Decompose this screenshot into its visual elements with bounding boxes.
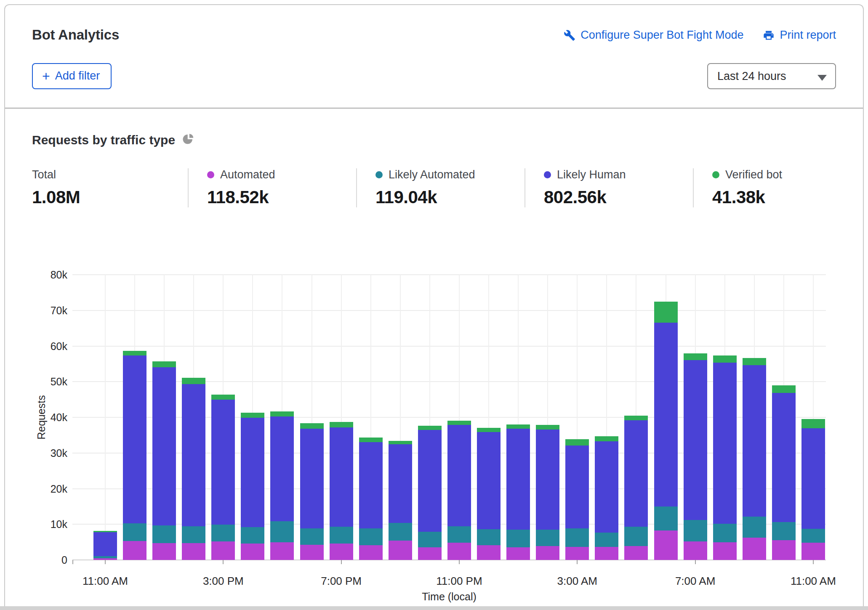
bar-segment-likely-automated[interactable]	[595, 533, 618, 547]
bar-segment-likely-human[interactable]	[565, 446, 589, 528]
bar-segment-automated[interactable]	[772, 540, 796, 560]
bar-segment-verified-bot[interactable]	[801, 419, 825, 428]
bar-segment-automated[interactable]	[654, 530, 678, 560]
bar-segment-verified-bot[interactable]	[211, 395, 235, 400]
bar-segment-verified-bot[interactable]	[330, 422, 353, 427]
bar-segment-verified-bot[interactable]	[684, 353, 707, 360]
bar-segment-automated[interactable]	[300, 545, 324, 560]
bar-segment-likely-automated[interactable]	[211, 525, 235, 541]
bar-segment-likely-automated[interactable]	[536, 530, 559, 546]
bar-segment-automated[interactable]	[359, 545, 383, 560]
bar-segment-likely-automated[interactable]	[389, 523, 412, 541]
bar-segment-automated[interactable]	[270, 542, 294, 560]
bar-segment-likely-automated[interactable]	[241, 527, 264, 544]
bar-segment-likely-automated[interactable]	[270, 521, 294, 542]
bar-segment-verified-bot[interactable]	[447, 421, 471, 425]
bar-segment-verified-bot[interactable]	[123, 351, 146, 355]
bar-segment-verified-bot[interactable]	[713, 355, 737, 363]
bar-segment-likely-automated[interactable]	[330, 527, 353, 544]
bar-segment-likely-human[interactable]	[713, 363, 737, 523]
bar-segment-likely-human[interactable]	[772, 393, 796, 522]
bar-segment-automated[interactable]	[595, 547, 618, 560]
time-range-dropdown[interactable]: Last 24 hours	[707, 63, 836, 89]
bar-segment-automated[interactable]	[152, 543, 176, 560]
bar-segment-likely-human[interactable]	[477, 432, 501, 529]
add-filter-button[interactable]: + Add filter	[32, 63, 112, 89]
bar-segment-likely-human[interactable]	[684, 360, 707, 520]
bar-segment-automated[interactable]	[477, 545, 501, 560]
bar-segment-automated[interactable]	[713, 542, 737, 560]
bar-segment-likely-human[interactable]	[418, 430, 442, 532]
bar-segment-likely-human[interactable]	[654, 323, 678, 507]
bar-segment-likely-automated[interactable]	[152, 525, 176, 543]
bar-segment-likely-automated[interactable]	[684, 520, 707, 541]
bar-segment-likely-human[interactable]	[743, 365, 766, 517]
bar-segment-automated[interactable]	[389, 541, 412, 560]
bar-segment-likely-human[interactable]	[595, 441, 618, 533]
bar-segment-verified-bot[interactable]	[241, 413, 264, 418]
bar-segment-automated[interactable]	[330, 544, 353, 560]
bar-segment-verified-bot[interactable]	[743, 358, 766, 365]
bar-segment-automated[interactable]	[684, 541, 707, 560]
bar-segment-verified-bot[interactable]	[772, 385, 796, 393]
bar-segment-likely-automated[interactable]	[743, 517, 766, 538]
bar-segment-verified-bot[interactable]	[182, 378, 205, 384]
bar-segment-likely-automated[interactable]	[801, 529, 825, 543]
bar-segment-likely-automated[interactable]	[447, 526, 471, 543]
bar-segment-verified-bot[interactable]	[93, 531, 117, 532]
bar-segment-likely-automated[interactable]	[359, 528, 383, 546]
bar-segment-verified-bot[interactable]	[300, 423, 324, 429]
bar-segment-likely-human[interactable]	[152, 367, 176, 525]
bar-segment-likely-human[interactable]	[123, 355, 146, 523]
print-report-link[interactable]: Print report	[763, 29, 836, 42]
bar-segment-verified-bot[interactable]	[477, 428, 501, 432]
bar-segment-likely-automated[interactable]	[182, 526, 205, 544]
bar-segment-verified-bot[interactable]	[359, 438, 383, 442]
bar-segment-automated[interactable]	[241, 544, 264, 560]
bar-segment-automated[interactable]	[743, 538, 766, 560]
bar-segment-likely-automated[interactable]	[772, 522, 796, 540]
bar-segment-automated[interactable]	[418, 547, 442, 560]
bar-segment-automated[interactable]	[801, 543, 825, 560]
bar-segment-automated[interactable]	[123, 541, 146, 560]
bar-segment-likely-human[interactable]	[93, 532, 117, 556]
bar-segment-automated[interactable]	[624, 546, 648, 560]
bar-segment-likely-human[interactable]	[330, 427, 353, 527]
bar-segment-likely-human[interactable]	[624, 420, 648, 527]
bar-segment-likely-human[interactable]	[182, 384, 205, 526]
bar-segment-likely-automated[interactable]	[654, 507, 678, 530]
bar-segment-likely-human[interactable]	[801, 428, 825, 529]
bar-segment-likely-human[interactable]	[300, 429, 324, 528]
bar-segment-automated[interactable]	[536, 546, 559, 560]
bar-segment-likely-automated[interactable]	[713, 524, 737, 543]
bar-segment-likely-human[interactable]	[211, 400, 235, 525]
bar-segment-likely-human[interactable]	[359, 442, 383, 528]
bar-segment-likely-automated[interactable]	[123, 523, 146, 541]
bar-segment-verified-bot[interactable]	[506, 424, 530, 429]
configure-super-bot-fight-mode-link[interactable]: Configure Super Bot Fight Mode	[564, 29, 743, 42]
bar-segment-likely-human[interactable]	[447, 425, 471, 527]
bar-segment-likely-human[interactable]	[536, 430, 559, 530]
bar-segment-automated[interactable]	[506, 547, 530, 560]
bar-segment-automated[interactable]	[565, 547, 589, 560]
bar-segment-likely-human[interactable]	[270, 416, 294, 521]
bar-segment-verified-bot[interactable]	[654, 302, 678, 322]
bar-segment-likely-automated[interactable]	[300, 528, 324, 545]
bar-segment-likely-automated[interactable]	[418, 532, 442, 547]
bar-segment-likely-automated[interactable]	[506, 530, 530, 547]
bar-segment-automated[interactable]	[211, 541, 235, 560]
bar-segment-verified-bot[interactable]	[389, 441, 412, 444]
bar-segment-likely-human[interactable]	[389, 444, 412, 522]
bar-segment-likely-human[interactable]	[241, 418, 264, 527]
bar-segment-likely-automated[interactable]	[477, 529, 501, 545]
bar-segment-automated[interactable]	[182, 543, 205, 560]
bar-segment-verified-bot[interactable]	[536, 425, 559, 430]
bar-segment-likely-human[interactable]	[506, 429, 530, 530]
bar-segment-verified-bot[interactable]	[624, 416, 648, 420]
bar-segment-likely-automated[interactable]	[624, 527, 648, 546]
bar-segment-likely-automated[interactable]	[93, 556, 117, 558]
bar-segment-verified-bot[interactable]	[595, 436, 618, 441]
bar-segment-automated[interactable]	[447, 543, 471, 560]
bar-segment-verified-bot[interactable]	[418, 426, 442, 430]
bar-segment-verified-bot[interactable]	[270, 411, 294, 417]
